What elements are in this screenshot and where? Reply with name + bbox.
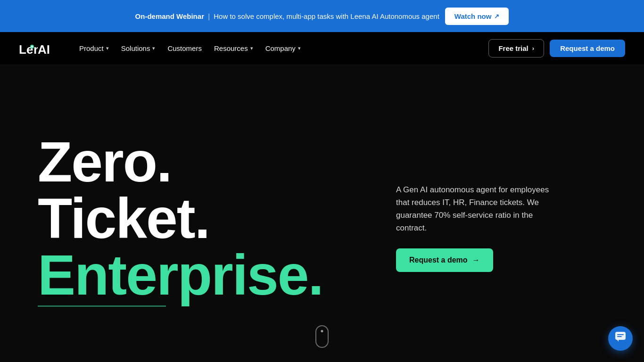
- scroll-indicator: [315, 325, 329, 348]
- hero-line3: Enterprise.: [38, 247, 323, 303]
- nav-item-resources[interactable]: Resources ▾: [209, 41, 258, 56]
- svg-text:na: na: [33, 42, 38, 56]
- navbar: Le na AI Product ▾ Solutions: [0, 32, 644, 65]
- nav-item-solutions[interactable]: Solutions ▾: [116, 41, 160, 56]
- nav-solutions-label: Solutions: [121, 44, 150, 52]
- nav-customers-label: Customers: [167, 44, 202, 52]
- top-banner: On-demand Webinar | How to solve complex…: [0, 0, 644, 32]
- chat-widget[interactable]: [608, 326, 633, 351]
- hero-line2: Ticket.: [38, 190, 368, 247]
- request-demo-nav-button[interactable]: Request a demo: [550, 40, 625, 57]
- hero-right: A Gen AI autonomous agent for employees …: [368, 183, 556, 272]
- svg-text:AI: AI: [38, 42, 50, 56]
- logo[interactable]: Le na AI: [19, 41, 58, 56]
- free-trial-button[interactable]: Free trial ›: [488, 39, 544, 58]
- nav-left: Le na AI Product ▾ Solutions: [19, 41, 305, 56]
- watch-now-label: Watch now: [454, 12, 492, 20]
- resources-chevron-icon: ▾: [250, 45, 253, 51]
- free-trial-arrow-icon: ›: [532, 45, 534, 52]
- request-demo-nav-label: Request a demo: [560, 44, 615, 52]
- banner-description: How to solve complex, multi-app tasks wi…: [214, 12, 439, 20]
- svg-point-2: [31, 46, 33, 48]
- scroll-dot: [321, 330, 323, 332]
- svg-rect-5: [615, 332, 626, 340]
- svg-text:Le: Le: [19, 42, 33, 56]
- request-demo-hero-button[interactable]: Request a demo →: [396, 248, 493, 272]
- logo-svg: Le na AI: [19, 41, 58, 56]
- banner-separator: |: [208, 12, 210, 20]
- banner-text: On-demand Webinar | How to solve complex…: [135, 12, 439, 20]
- hero-left: Zero. Ticket. Enterprise.: [38, 133, 368, 303]
- svg-rect-7: [617, 336, 622, 337]
- hero-cta-label: Request a demo: [409, 256, 468, 264]
- free-trial-label: Free trial: [498, 44, 528, 52]
- watch-now-button[interactable]: Watch now ↗: [445, 8, 509, 25]
- nav-right: Free trial › Request a demo: [488, 39, 625, 58]
- hero-section: Zero. Ticket. Enterprise. A Gen AI auton…: [0, 65, 644, 362]
- nav-company-label: Company: [265, 44, 296, 52]
- nav-product-label: Product: [79, 44, 104, 52]
- scroll-pill: [315, 325, 329, 348]
- company-chevron-icon: ▾: [298, 45, 301, 51]
- hero-cta-arrow-icon: →: [472, 256, 480, 264]
- nav-item-company[interactable]: Company ▾: [261, 41, 305, 56]
- nav-links: Product ▾ Solutions ▾ Customers Resource…: [74, 41, 305, 56]
- chat-widget-icon: [614, 331, 627, 346]
- hero-title: Zero. Ticket. Enterprise.: [38, 133, 368, 303]
- nav-item-customers[interactable]: Customers: [163, 41, 206, 56]
- svg-rect-6: [617, 334, 624, 335]
- watch-now-arrow-icon: ↗: [494, 13, 499, 20]
- nav-resources-label: Resources: [214, 44, 248, 52]
- nav-item-product[interactable]: Product ▾: [74, 41, 114, 56]
- product-chevron-icon: ▾: [106, 45, 109, 51]
- solutions-chevron-icon: ▾: [152, 45, 155, 51]
- hero-line1: Zero.: [38, 133, 368, 190]
- hero-description: A Gen AI autonomous agent for employees …: [396, 183, 556, 235]
- banner-webinar-label: On-demand Webinar: [135, 12, 204, 20]
